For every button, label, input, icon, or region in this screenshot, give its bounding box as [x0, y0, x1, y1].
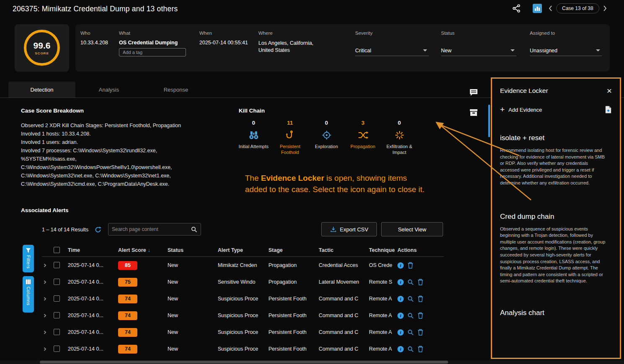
- tab-response[interactable]: Response: [142, 82, 209, 97]
- columns-label: Columns: [26, 287, 31, 305]
- evidence-item-body: Observed a sequence of suspicious events…: [500, 226, 607, 285]
- delete-icon[interactable]: [418, 279, 423, 285]
- expand-row-chevron[interactable]: ›: [42, 328, 49, 335]
- severity-dropdown[interactable]: Critical: [355, 45, 429, 56]
- cell-technique: Remote A: [369, 329, 397, 335]
- expand-row-chevron[interactable]: ›: [42, 345, 49, 352]
- refresh-button[interactable]: [95, 226, 101, 233]
- evidence-item-title: Analysis chart: [500, 309, 612, 317]
- delete-icon[interactable]: [418, 312, 423, 319]
- horizontal-scrollbar-thumb[interactable]: [40, 361, 448, 364]
- row-checkbox[interactable]: [54, 312, 60, 318]
- info-icon[interactable]: i: [397, 346, 404, 352]
- column-header-actions: Actions: [397, 247, 444, 253]
- kill-chain-stage-exploration[interactable]: 0 Exploration: [308, 120, 345, 155]
- expand-row-chevron[interactable]: ›: [42, 312, 49, 318]
- info-icon[interactable]: i: [397, 279, 404, 285]
- assigned-to-dropdown[interactable]: Unassigned: [530, 45, 602, 56]
- search-icon: [191, 226, 197, 233]
- share-button[interactable]: [512, 4, 521, 13]
- delete-icon[interactable]: [418, 329, 423, 336]
- cell-tactic: Command and C: [319, 296, 369, 302]
- row-checkbox[interactable]: [54, 262, 60, 268]
- investigate-icon[interactable]: [407, 296, 414, 302]
- info-icon[interactable]: i: [397, 262, 404, 269]
- column-header-status[interactable]: Status: [168, 247, 218, 253]
- cell-stage: Persistent Footh: [268, 329, 319, 335]
- add-tag-input[interactable]: [119, 48, 186, 56]
- column-header-alert-type[interactable]: Alert Type: [218, 247, 268, 253]
- stage-count: 0: [252, 120, 255, 127]
- cell-status: New: [168, 296, 218, 302]
- kill-chain-stage-propagation[interactable]: 3 Propagation: [345, 120, 381, 155]
- when-label: When: [199, 31, 212, 36]
- export-csv-button[interactable]: Export CSV: [321, 222, 377, 236]
- cell-time: 2025-07-14 0...: [68, 262, 118, 268]
- delete-icon[interactable]: [407, 262, 413, 269]
- tab-analysis[interactable]: Analysis: [75, 82, 142, 97]
- chart-view-button[interactable]: [533, 4, 542, 13]
- kill-chain-stage-exfiltration-impact[interactable]: 0 Exfiltration & Impact: [381, 120, 418, 155]
- cell-stage: Persistent Footh: [268, 296, 319, 302]
- row-checkbox[interactable]: [54, 329, 60, 335]
- add-file-button[interactable]: [605, 105, 612, 114]
- column-header-alert-score[interactable]: Alert Score↓: [118, 247, 168, 253]
- evidence-locker-button[interactable]: [468, 107, 480, 118]
- cell-tactic: Lateral Movemen: [319, 279, 369, 285]
- select-view-button[interactable]: Select View: [381, 222, 443, 236]
- row-checkbox[interactable]: [54, 346, 60, 352]
- status-value: New: [441, 48, 451, 54]
- chevron-left-icon: [549, 5, 552, 11]
- cell-alert-type: Suspicious Proce: [218, 329, 268, 335]
- previous-case-button[interactable]: [549, 5, 552, 11]
- investigate-icon[interactable]: [407, 313, 414, 319]
- delete-icon[interactable]: [418, 295, 423, 302]
- tab-detection[interactable]: Detection: [8, 82, 75, 97]
- columns-button[interactable]: Columns: [23, 276, 34, 313]
- investigate-icon[interactable]: [407, 346, 414, 352]
- status-dropdown[interactable]: New: [441, 45, 516, 56]
- horizontal-scrollbar: [0, 360, 624, 364]
- cell-alert-type: Suspicious Proce: [218, 296, 268, 302]
- filters-button[interactable]: Filters: [23, 245, 34, 272]
- cell-status: New: [168, 346, 218, 352]
- info-icon[interactable]: i: [397, 313, 404, 319]
- row-checkbox[interactable]: [54, 279, 60, 285]
- expand-row-chevron[interactable]: ›: [42, 278, 49, 285]
- info-icon[interactable]: i: [397, 296, 404, 302]
- column-header-time[interactable]: Time: [68, 247, 118, 253]
- content-scrollbar-thumb[interactable]: [488, 105, 490, 137]
- delete-icon[interactable]: [418, 346, 423, 352]
- column-header-stage[interactable]: Stage: [268, 247, 319, 253]
- close-icon[interactable]: ×: [607, 87, 612, 95]
- cell-alert-type: Suspicious Proce: [218, 346, 268, 352]
- comments-button[interactable]: [468, 87, 480, 98]
- expand-row-chevron[interactable]: ›: [42, 261, 49, 268]
- share-icon: [512, 4, 521, 13]
- row-checkbox[interactable]: [54, 295, 60, 302]
- assigned-to-label: Assigned to: [530, 31, 555, 36]
- investigate-icon[interactable]: [407, 329, 414, 336]
- evidence-item-title: isolate + reset: [500, 134, 612, 142]
- column-header-tactic[interactable]: Tactic: [319, 247, 369, 253]
- stage-label: Initial Attempts: [236, 144, 271, 149]
- investigate-icon[interactable]: [407, 279, 414, 285]
- cell-actions: i: [397, 312, 444, 319]
- search-input[interactable]: [108, 226, 191, 232]
- stage-count: 0: [398, 120, 401, 127]
- column-header-technique[interactable]: Technique: [369, 247, 397, 253]
- hook-icon: [285, 129, 295, 141]
- case-score-breakdown-title: Case Score Breakdown: [21, 108, 84, 114]
- kill-chain-stage-persistent-foothold[interactable]: 11 Persistent Foothold: [272, 120, 308, 155]
- where-label: Where: [258, 31, 273, 36]
- add-evidence-button[interactable]: + Add Evidence: [500, 107, 542, 113]
- next-case-button[interactable]: [603, 5, 607, 11]
- chevron-down-icon: [511, 49, 515, 51]
- kill-chain-stage-initial-attempts[interactable]: 0 Initial Attempts: [235, 120, 272, 155]
- select-all-checkbox[interactable]: [54, 247, 60, 253]
- cell-time: 2025-07-14 0...: [68, 329, 118, 335]
- expand-row-chevron[interactable]: ›: [42, 295, 49, 302]
- info-icon[interactable]: i: [397, 329, 404, 336]
- alert-score-badge: 74: [118, 328, 137, 337]
- evidence-item-title: Cred dump chain: [500, 213, 612, 221]
